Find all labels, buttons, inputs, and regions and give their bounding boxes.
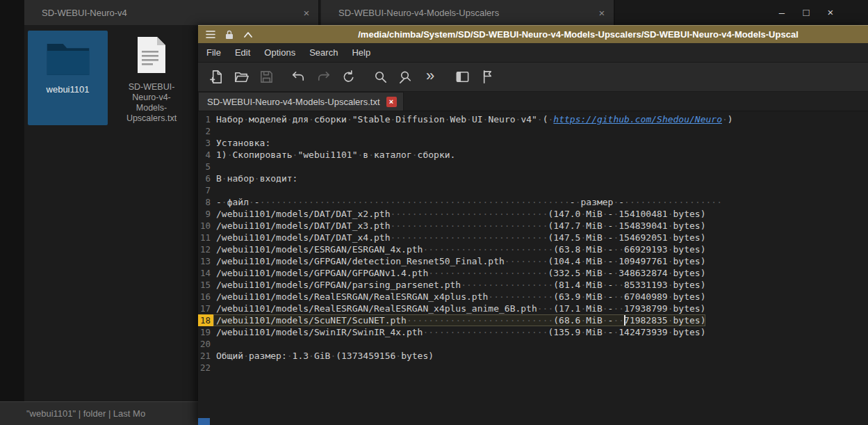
line-text: Установка: bbox=[213, 137, 270, 149]
redo-icon[interactable] bbox=[311, 65, 336, 89]
code-line[interactable]: 8 -·файл·-······························… bbox=[198, 196, 868, 208]
code-line[interactable]: 17 /webui1101/models/RealESRGAN/RealESRG… bbox=[198, 303, 868, 314]
editor-toolbar: » bbox=[198, 63, 868, 92]
line-text: /webui1101/models/DAT/DAT_x2.pth········… bbox=[213, 208, 705, 220]
code-line[interactable]: 7 bbox=[198, 184, 868, 196]
line-number: 8 bbox=[198, 196, 213, 208]
line-number: 22 bbox=[198, 362, 213, 374]
new-document-icon[interactable] bbox=[204, 65, 229, 89]
document-tab[interactable]: SD-WEBUI-Neuro-v4-Models-Upscalers.txt × bbox=[198, 92, 404, 111]
line-number: 3 bbox=[198, 137, 213, 149]
code-line[interactable]: 13 /webui1101/models/GFPGAN/detection_Re… bbox=[198, 255, 868, 267]
editor-menubar: File Edit Options Search Help bbox=[198, 43, 868, 63]
file-tile-models-upscalers-txt[interactable]: SD-WEBUI-Neuro-v4-Models-Upscalers.txt bbox=[117, 31, 186, 129]
line-number: 1 bbox=[198, 113, 213, 125]
line-number: 12 bbox=[198, 243, 213, 255]
line-text bbox=[213, 362, 216, 374]
menu-edit[interactable]: Edit bbox=[228, 43, 257, 62]
close-icon[interactable]: × bbox=[590, 7, 614, 19]
code-line[interactable]: 5 bbox=[198, 161, 868, 173]
line-text bbox=[213, 125, 216, 137]
close-button[interactable]: × bbox=[825, 7, 836, 18]
line-text: 1)·Скопировать·"webui1101"·в·каталог·сбо… bbox=[213, 149, 455, 161]
code-line[interactable]: 1 Набор·моделей·для·сборки·"Stable·Diffu… bbox=[198, 113, 868, 125]
line-text: /webui1101/models/GFPGAN/parsing_parsene… bbox=[213, 279, 705, 291]
fm-file-area[interactable]: webui1101 SD-WEBUI-Neuro-v4-Models-Upsca… bbox=[24, 25, 198, 401]
code-line[interactable]: 21 Общий·размер:·1.3·GiB·(1373459156·byt… bbox=[198, 350, 868, 362]
line-number: 11 bbox=[198, 232, 213, 243]
lock-icon[interactable] bbox=[223, 29, 236, 41]
editor-tab-bar: SD-WEBUI-Neuro-v4-Models-Upscalers.txt × bbox=[198, 92, 868, 111]
code-line[interactable]: 20 bbox=[198, 338, 868, 350]
fm-side-strip bbox=[0, 0, 24, 425]
code-line[interactable]: 18 /webui1101/models/ScuNET/ScuNET.pth··… bbox=[198, 314, 868, 326]
text-file-icon bbox=[136, 35, 167, 77]
line-number: 14 bbox=[198, 267, 213, 279]
fm-tab-label: SD-WEBUI-Neuro-v4-Models-Upscalers bbox=[321, 8, 590, 18]
code-line[interactable]: 3 Установка: bbox=[198, 137, 868, 149]
line-number: 6 bbox=[198, 173, 213, 184]
line-text bbox=[213, 338, 216, 350]
open-folder-icon[interactable] bbox=[229, 65, 254, 89]
code-line[interactable]: 12 /webui1101/models/ESRGAN/ESRGAN_4x.pt… bbox=[198, 243, 868, 255]
code-line[interactable]: 9 /webui1101/models/DAT/DAT_x2.pth······… bbox=[198, 208, 868, 220]
find-replace-icon[interactable] bbox=[393, 65, 418, 89]
line-text bbox=[213, 184, 216, 196]
file-tile-webui1101[interactable]: webui1101 bbox=[28, 31, 108, 125]
file-label: SD-WEBUI-Neuro-v4-Models-Upscalers.txt bbox=[118, 82, 185, 124]
code-line[interactable]: 2 bbox=[198, 125, 868, 137]
bookmark-icon[interactable] bbox=[475, 65, 500, 89]
caret-up-icon[interactable] bbox=[242, 29, 254, 41]
github-link[interactable]: https://github.com/Shedou/Neuro bbox=[553, 114, 722, 125]
line-number: 21 bbox=[198, 350, 213, 362]
line-text bbox=[213, 161, 216, 173]
line-number: 20 bbox=[198, 338, 213, 350]
line-text: -·файл·-································… bbox=[213, 196, 722, 208]
menu-search[interactable]: Search bbox=[302, 43, 345, 62]
code-line[interactable]: 10 /webui1101/models/DAT/DAT_x3.pth·····… bbox=[198, 220, 868, 232]
code-line[interactable]: 14 /webui1101/models/GFPGAN/GFPGANv1.4.p… bbox=[198, 267, 868, 279]
more-chevrons-icon[interactable]: » bbox=[418, 65, 443, 89]
line-number: 13 bbox=[198, 255, 213, 267]
line-number: 2 bbox=[198, 125, 213, 137]
editor-window: /media/chimba/System/SD/SD-WEBUI-Neuro-v… bbox=[198, 25, 868, 425]
undo-icon[interactable] bbox=[286, 65, 311, 89]
code-line[interactable]: 16 /webui1101/models/RealESRGAN/RealESRG… bbox=[198, 291, 868, 303]
line-number: 19 bbox=[198, 326, 213, 338]
menu-file[interactable]: File bbox=[199, 43, 228, 62]
find-icon[interactable] bbox=[368, 65, 393, 89]
text-caret bbox=[624, 315, 625, 326]
file-label: webui1101 bbox=[47, 84, 90, 95]
code-line[interactable]: 4 1)·Скопировать·"webui1101"·в·каталог·с… bbox=[198, 149, 868, 161]
window-controls: – □ × bbox=[776, 0, 836, 25]
menu-icon[interactable] bbox=[204, 29, 217, 41]
code-line[interactable]: 15 /webui1101/models/GFPGAN/parsing_pars… bbox=[198, 279, 868, 291]
titlebar-icons bbox=[198, 29, 261, 41]
code-line[interactable]: 11 /webui1101/models/DAT/DAT_x4.pth·····… bbox=[198, 232, 868, 243]
code-line[interactable]: 6 В·набор·входит: bbox=[198, 173, 868, 184]
minimize-button[interactable]: – bbox=[776, 7, 787, 18]
reload-icon[interactable] bbox=[336, 65, 361, 89]
line-number: 7 bbox=[198, 184, 213, 196]
side-pane-icon[interactable] bbox=[450, 65, 475, 89]
code-line[interactable]: 22 bbox=[198, 362, 868, 374]
editor-bottom-left-indicator bbox=[198, 418, 210, 425]
fm-status-bar: "webui1101" | folder | Last Mo bbox=[0, 401, 198, 425]
editor-text-area[interactable]: 1 Набор·моделей·для·сборки·"Stable·Diffu… bbox=[198, 111, 868, 425]
line-number: 4 bbox=[198, 149, 213, 161]
line-number: 18 bbox=[198, 314, 213, 326]
fm-status-text: "webui1101" | folder | Last Mo bbox=[26, 408, 145, 419]
fm-tab-models-upscalers[interactable]: SD-WEBUI-Neuro-v4-Models-Upscalers × bbox=[321, 0, 615, 25]
close-icon[interactable]: × bbox=[386, 97, 397, 107]
editor-lines: 1 Набор·моделей·для·сборки·"Stable·Diffu… bbox=[198, 113, 868, 374]
save-icon[interactable] bbox=[254, 65, 279, 89]
menu-options[interactable]: Options bbox=[257, 43, 302, 62]
code-line[interactable]: 19 /webui1101/models/SwinIR/SwinIR_4x.pt… bbox=[198, 326, 868, 338]
fm-tab-sd-webui-neuro-v4[interactable]: SD-WEBUI-Neuro-v4 × bbox=[24, 0, 320, 25]
line-number: 9 bbox=[198, 208, 213, 220]
maximize-button[interactable]: □ bbox=[801, 7, 812, 18]
line-text: /webui1101/models/DAT/DAT_x3.pth········… bbox=[213, 220, 705, 232]
line-text: /webui1101/models/GFPGAN/GFPGANv1.4.pth·… bbox=[213, 267, 705, 279]
close-icon[interactable]: × bbox=[295, 7, 318, 19]
menu-help[interactable]: Help bbox=[345, 43, 377, 62]
